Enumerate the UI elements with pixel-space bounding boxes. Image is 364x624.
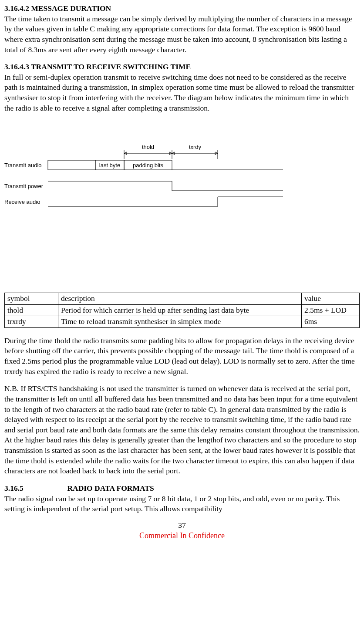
paragraph-rts-cts-note: N.B. If RTS/CTS handshaking is not used …	[4, 384, 360, 476]
timing-symbols-table: symbol description value thold Period fo…	[4, 293, 360, 328]
table-header-row: symbol description value	[5, 293, 360, 304]
section-transmit-receive-switching: 3.16.4.3 TRANSMIT TO RECEIVE SWITCHING T…	[4, 62, 360, 113]
cell-symbol: trxrdy	[5, 316, 58, 328]
heading-3-16-5: 3.16.5 RADIO DATA FORMATS	[4, 484, 154, 492]
confidentiality-label: Commercial In Confidence	[139, 531, 225, 540]
heading-number: 3.16.4.3	[4, 62, 29, 71]
row-label-tx-power: Transmit power	[4, 183, 44, 189]
table-row: trxrdy Time to reload transmit synthesis…	[5, 316, 360, 328]
label-txrdy: txrdy	[189, 144, 202, 150]
body-text: In full or semi-duplex operation transmi…	[4, 73, 354, 112]
heading-number: 3.16.5	[4, 483, 65, 494]
svg-rect-5	[48, 160, 96, 170]
section-message-duration: 3.16.4.2 MESSAGE DURATION The time taken…	[4, 3, 360, 55]
heading-title: RADIO DATA FORMATS	[67, 484, 154, 492]
row-label-rx-audio: Receive audio	[4, 199, 40, 205]
paragraph-thold-explanation: During the time thold the radio transmit…	[4, 336, 360, 377]
segment-last-byte: last byte	[99, 162, 120, 169]
header-symbol: symbol	[5, 293, 58, 304]
heading-title: TRANSMIT TO RECEIVE SWITCHING TIME	[31, 62, 191, 71]
cell-value: 6ms	[302, 316, 360, 328]
cell-symbol: thold	[5, 304, 58, 316]
header-value: value	[302, 293, 360, 304]
page-footer: 37 Commercial In Confidence	[4, 520, 360, 541]
cell-value: 2.5ms + LOD	[302, 304, 360, 316]
cell-description: Period for which carrier is held up afte…	[58, 304, 302, 316]
table-row: thold Period for which carrier is held u…	[5, 304, 360, 316]
timing-diagram: thold txrdy Transmit audio last byte pad…	[4, 144, 360, 223]
page-number: 37	[178, 521, 186, 530]
cell-description: Time to reload transmit synthesiser in s…	[58, 316, 302, 328]
heading-title: MESSAGE DURATION	[31, 4, 111, 13]
body-text: The time taken to transmit a message can…	[4, 14, 352, 54]
body-text: The radio signal can be set up to operat…	[4, 494, 340, 513]
row-label-tx-audio: Transmit audio	[4, 162, 42, 169]
heading-3-16-4-3: 3.16.4.3 TRANSMIT TO RECEIVE SWITCHING T…	[4, 62, 191, 71]
section-radio-data-formats: 3.16.5 RADIO DATA FORMATS The radio sign…	[4, 483, 360, 514]
heading-3-16-4-2: 3.16.4.2 MESSAGE DURATION	[4, 4, 111, 13]
heading-number: 3.16.4.2	[4, 4, 29, 13]
header-description: description	[58, 293, 302, 304]
label-thold: thold	[142, 144, 154, 150]
segment-padding-bits: padding bits	[133, 162, 164, 169]
